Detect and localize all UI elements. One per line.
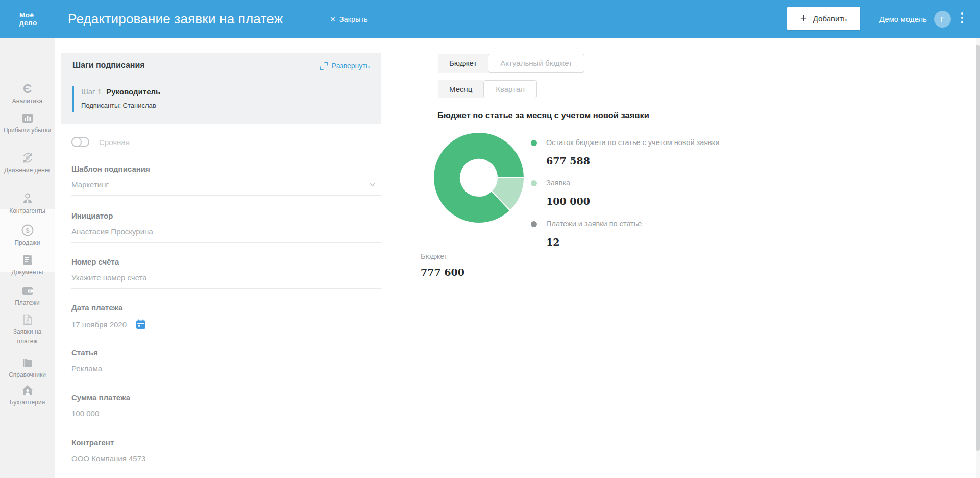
plus-icon: + bbox=[800, 13, 807, 24]
payment-request-icon: $ bbox=[21, 313, 34, 326]
app-window: Моё дело Редактирование заявки на платеж… bbox=[0, 0, 980, 478]
legend-dot-green bbox=[531, 140, 537, 146]
sidebar-item-accounting[interactable]: Бухгалтерия bbox=[0, 384, 55, 408]
account-number-input[interactable]: Укажите номер счета bbox=[71, 273, 381, 282]
field-value: Анастасия Проскурина bbox=[71, 227, 153, 236]
documents-icon bbox=[21, 253, 34, 267]
legend-dot-light-green bbox=[531, 180, 537, 186]
toggle-off-icon bbox=[71, 137, 89, 147]
kebab-menu-icon[interactable] bbox=[958, 12, 967, 27]
sidebar-item-profit-loss[interactable]: Прибыли убытки bbox=[0, 111, 55, 135]
tab-quarter[interactable]: Квартал bbox=[483, 80, 537, 98]
field-label: Статья bbox=[71, 348, 381, 357]
field-counterparty: Контрагент ООО Компания 4573 bbox=[71, 438, 381, 469]
sidebar-item-payments[interactable]: Платежи bbox=[0, 284, 55, 308]
article-input[interactable]: Реклама bbox=[71, 364, 381, 373]
sidebar-item-counterparties[interactable]: Контрагенты bbox=[0, 192, 55, 216]
signing-steps-title: Шаги подписания bbox=[72, 61, 145, 70]
legend-value: 100 000 bbox=[546, 196, 590, 207]
budget-donut-chart bbox=[428, 127, 530, 229]
sidebar-item-label: Документы bbox=[4, 268, 52, 277]
page-title: Редактирование заявки на платеж bbox=[68, 0, 283, 38]
sidebar-item-sales[interactable]: $ Продажи bbox=[0, 224, 55, 248]
field-initiator: Инициатор Анастасия Проскурина bbox=[71, 211, 381, 243]
counterparty-input[interactable]: ООО Компания 4573 bbox=[71, 454, 381, 463]
svg-text:$: $ bbox=[26, 227, 30, 234]
urgent-toggle[interactable]: Срочная bbox=[71, 137, 130, 147]
field-value: Маркетинг bbox=[71, 180, 109, 189]
legend-label: Заявка bbox=[546, 179, 590, 187]
close-icon: ✕ bbox=[330, 15, 336, 23]
sidebar-item-label: Справочники bbox=[4, 371, 52, 380]
step-role: Руководитель bbox=[106, 87, 160, 96]
field-underline bbox=[71, 379, 381, 379]
profit-loss-icon bbox=[21, 111, 34, 125]
field-payment-date: Дата платежа 17 ноября 2020 bbox=[71, 303, 381, 336]
sidebar-item-analytics[interactable]: Є Аналитика bbox=[0, 82, 55, 106]
scrollbar-thumb[interactable] bbox=[976, 45, 980, 451]
close-label: Закрыть bbox=[339, 15, 368, 23]
sidebar-item-documents[interactable]: Документы bbox=[0, 253, 55, 277]
legend-item-payments-count: Платежи и заявки по статье 12 bbox=[531, 220, 642, 248]
sidebar-item-label: Платежи bbox=[4, 299, 52, 308]
counterparties-icon bbox=[21, 192, 34, 205]
field-placeholder: Укажите номер счета bbox=[71, 273, 147, 282]
sidebar-item-money-flow[interactable]: ₽ Движение денег bbox=[0, 151, 55, 175]
moedelo-logo[interactable]: Моё дело bbox=[19, 11, 37, 27]
sidebar-item-label: Заявки на платеж bbox=[4, 328, 52, 346]
tab-month[interactable]: Месяц bbox=[438, 80, 483, 98]
directories-icon bbox=[21, 356, 34, 369]
logo-line-2: дело bbox=[19, 19, 37, 27]
legend-dot-gray bbox=[531, 221, 537, 227]
tab-actual-budget[interactable]: Актуальный бюджет bbox=[488, 54, 584, 73]
budget-total-value: 777 600 bbox=[421, 267, 464, 278]
chart-title: Бюджет по статье за месяц с учетом новой… bbox=[437, 111, 649, 121]
urgent-toggle-label: Срочная bbox=[99, 138, 130, 147]
field-value: 17 ноября 2020 bbox=[71, 320, 127, 329]
field-payment-amount: Сумма платежа 100 000 bbox=[71, 393, 381, 424]
field-underline bbox=[71, 242, 381, 243]
field-account-number: Номер счёта Укажите номер счета bbox=[71, 257, 381, 289]
sidebar-item-payment-requests[interactable]: $ Заявки на платеж bbox=[0, 313, 55, 346]
initiator-input[interactable]: Анастасия Проскурина bbox=[71, 227, 381, 236]
chevron-down-icon: ˅ bbox=[370, 181, 376, 189]
scrollbar-track[interactable] bbox=[976, 38, 980, 478]
calendar-icon[interactable] bbox=[136, 319, 146, 329]
sidebar-nav: Є Аналитика Прибыли убытки ₽ Движение де… bbox=[0, 38, 55, 478]
field-label: Номер счёта bbox=[71, 257, 381, 266]
expand-icon bbox=[320, 62, 328, 70]
field-signing-template: Шаблон подписания Маркетинг ˅ bbox=[71, 164, 381, 196]
tab-budget[interactable]: Бюджет bbox=[438, 54, 488, 73]
expand-button[interactable]: Развернуть bbox=[255, 60, 370, 72]
add-button[interactable]: + Добавить bbox=[787, 7, 860, 30]
legend-label: Платежи и заявки по статье bbox=[546, 220, 642, 228]
sidebar-item-label: Продажи bbox=[4, 238, 52, 248]
field-value: ООО Компания 4573 bbox=[71, 454, 145, 463]
field-value: 100 000 bbox=[71, 409, 99, 418]
sidebar-item-directories[interactable]: Справочники bbox=[0, 356, 55, 380]
legend-item-request: Заявка 100 000 bbox=[531, 179, 590, 207]
signing-steps-panel: Шаги подписания Развернуть Шаг 1 Руковод… bbox=[61, 53, 381, 124]
legend-value: 12 bbox=[546, 236, 642, 248]
legend-item-remainder: Остаток бюджета по статье с учетом новой… bbox=[531, 138, 719, 166]
field-underline bbox=[71, 288, 381, 289]
user-name[interactable]: Демо модель bbox=[879, 0, 927, 38]
budget-tab-group: Бюджет Актуальный бюджет bbox=[438, 54, 584, 73]
top-header: Моё дело Редактирование заявки на платеж… bbox=[0, 0, 980, 38]
accounting-icon bbox=[21, 384, 34, 397]
svg-text:$: $ bbox=[26, 317, 29, 322]
close-button[interactable]: ✕ Закрыть bbox=[330, 0, 368, 38]
avatar[interactable]: Г bbox=[934, 11, 951, 28]
payments-icon bbox=[21, 284, 34, 297]
logo-line-1: Моё bbox=[19, 11, 37, 19]
signing-template-select[interactable]: Маркетинг ˅ bbox=[71, 180, 381, 189]
field-underline bbox=[71, 195, 381, 196]
payment-date-input[interactable]: 17 ноября 2020 bbox=[71, 319, 381, 329]
field-label: Контрагент bbox=[71, 438, 381, 447]
legend-value: 677 588 bbox=[546, 155, 719, 166]
field-underline bbox=[71, 469, 381, 469]
money-flow-icon: ₽ bbox=[21, 151, 34, 164]
step-signers: Подписанты: Станислав bbox=[81, 102, 160, 109]
field-label: Инициатор bbox=[71, 211, 381, 220]
payment-amount-input[interactable]: 100 000 bbox=[71, 409, 381, 418]
